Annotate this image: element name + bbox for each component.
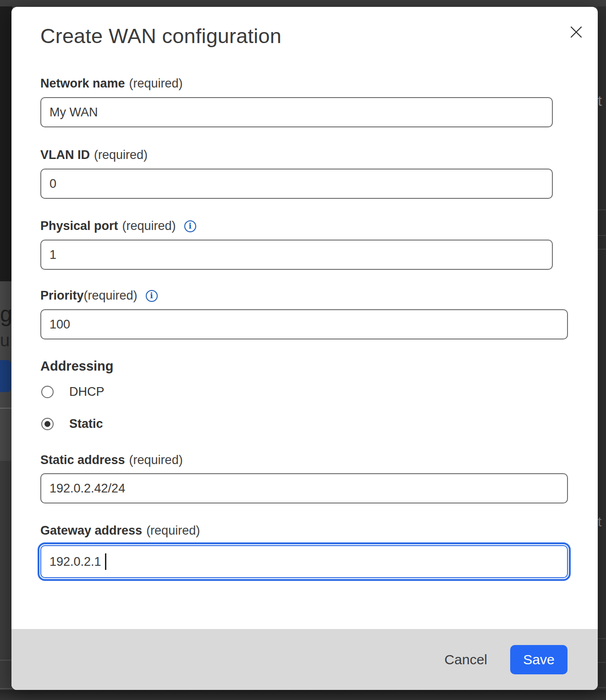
backdrop-divider (597, 209, 606, 210)
static-address-input[interactable] (40, 473, 568, 503)
info-icon[interactable]: i (184, 220, 196, 232)
radio-label: Static (69, 417, 103, 431)
label-text: Network name (40, 77, 125, 91)
text-caret (105, 553, 106, 570)
gateway-address-field-focused (40, 545, 568, 578)
backdrop-divider (597, 249, 606, 250)
physical-port-input[interactable] (40, 240, 553, 270)
gateway-address-input[interactable] (40, 545, 568, 578)
radio-circle-selected-icon[interactable] (41, 418, 54, 430)
backdrop-left-dark-region (0, 6, 12, 281)
backdrop-divider (597, 687, 606, 688)
vlan-id-label: VLAN ID (required) (40, 148, 598, 162)
backdrop-right-strip: t l t (597, 6, 606, 690)
physical-port-label: Physical port (required) i (40, 219, 598, 233)
radio-option-static[interactable]: Static (40, 417, 598, 431)
radio-label: DHCP (69, 385, 105, 399)
priority-label: Priority (required) i (40, 289, 598, 303)
label-text: Gateway address (40, 524, 142, 538)
radio-option-dhcp[interactable]: DHCP (40, 385, 598, 399)
required-hint: (required) (146, 524, 200, 538)
cancel-button[interactable]: Cancel (445, 652, 487, 667)
backdrop-left-strip: g u (0, 281, 12, 461)
close-button[interactable] (569, 25, 584, 39)
network-name-label: Network name (required) (40, 77, 598, 91)
backdrop-bottom-band (0, 690, 606, 700)
backdrop-divider (0, 408, 12, 409)
dialog-title: Create WAN configuration (40, 24, 598, 48)
required-hint: (required) (84, 289, 138, 303)
gateway-address-label: Gateway address (required) (40, 524, 598, 538)
required-hint: (required) (129, 453, 183, 467)
static-address-label: Static address (required) (40, 453, 598, 467)
backdrop-divider (597, 662, 606, 663)
create-wan-configuration-dialog: Create WAN configuration Network name (r… (11, 7, 598, 690)
vlan-id-input[interactable] (40, 169, 553, 199)
close-icon (569, 25, 583, 39)
required-hint: (required) (122, 219, 176, 233)
save-button[interactable]: Save (510, 645, 567, 674)
addressing-heading: Addressing (40, 359, 598, 374)
backdrop-blue-button-fragment (0, 360, 11, 392)
backdrop-text-fragment: g (0, 301, 12, 327)
backdrop-text-fragment: u (0, 331, 10, 350)
label-text: Priority (40, 289, 84, 303)
backdrop-text-fragment: t l (598, 93, 606, 109)
backdrop-divider (0, 688, 12, 689)
network-name-input[interactable] (40, 97, 553, 127)
backdrop-divider (0, 660, 12, 661)
backdrop-divider (597, 638, 606, 639)
priority-input[interactable] (40, 309, 568, 339)
required-hint: (required) (129, 77, 183, 91)
label-text: Physical port (40, 219, 118, 233)
label-text: Static address (40, 453, 125, 467)
backdrop-divider (597, 235, 606, 236)
info-icon[interactable]: i (146, 290, 158, 302)
backdrop-text-fragment: t (598, 514, 601, 530)
radio-circle-icon[interactable] (41, 386, 54, 398)
label-text: VLAN ID (40, 148, 90, 162)
required-hint: (required) (94, 148, 148, 162)
dialog-footer: Cancel Save (11, 629, 598, 690)
